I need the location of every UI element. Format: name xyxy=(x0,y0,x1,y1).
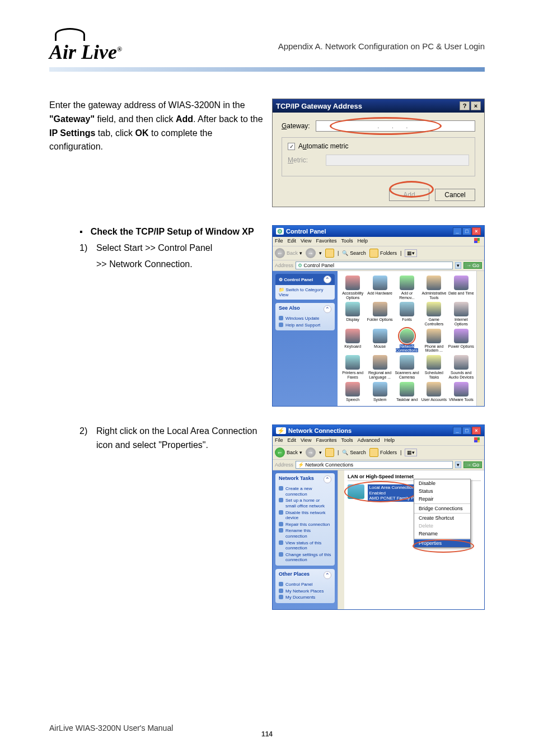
control-panel-item[interactable]: Date and Time xyxy=(448,276,474,300)
control-panel-item[interactable]: Phone and Modem ... xyxy=(421,329,447,353)
sidebar-item[interactable]: Windows Update xyxy=(279,315,331,322)
collapse-icon[interactable]: ⌃ xyxy=(324,475,331,483)
context-menu-item[interactable]: Delete xyxy=(414,522,470,530)
cp-item-icon xyxy=(454,329,469,343)
network-task-item[interactable]: Repair this connection xyxy=(279,521,331,528)
control-panel-item[interactable]: Taskbar and xyxy=(394,382,420,402)
control-panel-item[interactable]: Administrative Tools xyxy=(421,276,447,300)
scrollbar[interactable] xyxy=(476,271,484,407)
collapse-icon[interactable]: ⌃ xyxy=(324,571,331,579)
minimize-icon[interactable]: _ xyxy=(453,227,462,235)
cancel-button[interactable]: Cancel xyxy=(435,189,475,201)
sidebar-cp-header: ⚙ Control Panel ⌃ xyxy=(275,274,335,285)
context-menu-item[interactable]: Bridge Connections xyxy=(414,505,470,512)
step-number: 2) xyxy=(79,424,92,452)
network-task-item[interactable]: Disable this network device xyxy=(279,510,331,521)
network-task-item[interactable]: Create a new connection xyxy=(279,486,331,497)
collapse-icon[interactable]: ⌃ xyxy=(324,276,331,283)
help-button[interactable]: ? xyxy=(460,101,470,110)
up-folder-icon[interactable] xyxy=(325,448,334,457)
back-icon[interactable]: ← xyxy=(275,248,285,258)
automatic-metric-checkbox[interactable]: ✓ xyxy=(288,143,295,150)
bullet-text: Check the TCP/IP Setup of Window XP xyxy=(91,225,254,239)
close-button[interactable]: × xyxy=(471,101,481,110)
context-menu-item[interactable]: Repair xyxy=(414,495,470,503)
address-dropdown-icon[interactable]: ▾ xyxy=(455,461,461,468)
control-panel-item[interactable]: Scheduled Tasks xyxy=(421,355,447,379)
close-icon[interactable]: × xyxy=(472,427,481,435)
control-panel-item[interactable]: Sounds and Audio Devices xyxy=(448,355,474,379)
context-menu-item[interactable]: Disable xyxy=(414,479,470,487)
menu-bar[interactable]: FileEditViewFavoritesToolsHelp xyxy=(275,238,368,245)
metric-label: Metric: xyxy=(288,156,308,164)
other-place-item[interactable]: My Network Places xyxy=(279,588,331,595)
up-folder-icon[interactable] xyxy=(325,249,334,258)
other-place-item[interactable]: My Documents xyxy=(279,594,331,601)
go-button[interactable]: → Go xyxy=(463,461,482,468)
cp-item-icon xyxy=(454,355,469,370)
other-place-item[interactable]: Control Panel xyxy=(279,581,331,588)
back-icon[interactable]: ← xyxy=(275,447,285,458)
footer-manual-title: AirLive WIAS-3200N User's Manual xyxy=(49,724,173,732)
folders-icon[interactable] xyxy=(369,249,378,258)
dialog-title: TCP/IP Gateway Address xyxy=(276,102,362,110)
control-panel-item[interactable]: Regional and Language ... xyxy=(367,355,392,379)
switch-category-view[interactable]: 📁 Switch to Category View xyxy=(275,285,335,300)
forward-icon[interactable]: → xyxy=(306,447,316,458)
control-panel-item[interactable]: Folder Options xyxy=(367,302,392,326)
forward-icon[interactable]: → xyxy=(306,248,316,258)
folders-icon[interactable] xyxy=(369,448,378,457)
sidebar-item[interactable]: Help and Support xyxy=(279,322,331,329)
address-input[interactable]: ⚙ Control Panel xyxy=(296,262,453,269)
network-task-item[interactable]: Set up a home or small office network xyxy=(279,497,331,509)
header-divider xyxy=(49,67,485,72)
control-panel-item[interactable]: Add or Remov... xyxy=(394,276,420,300)
step1-text: Select Start >> Control Panel xyxy=(96,241,212,255)
control-panel-item[interactable]: Power Options xyxy=(448,329,474,353)
control-panel-item[interactable]: Game Controllers xyxy=(421,302,447,326)
minimize-icon[interactable]: _ xyxy=(453,427,462,435)
control-panel-item[interactable]: Internet Options xyxy=(448,302,474,326)
control-panel-screenshot: ⚙Control Panel _ □ × FileEditViewFavorit… xyxy=(272,225,485,407)
toolbar[interactable]: ←Back ▾ → ▾ | 🔍Search Folders | ▦▾ xyxy=(273,246,484,260)
maximize-icon[interactable]: □ xyxy=(462,227,471,235)
sidebar-scrollbar[interactable] xyxy=(338,470,344,610)
go-button[interactable]: → Go xyxy=(463,262,482,269)
control-panel-item[interactable]: System xyxy=(367,382,392,402)
gateway-input[interactable]: . . . xyxy=(316,120,475,132)
menu-bar[interactable]: FileEditViewFavoritesToolsAdvancedHelp xyxy=(275,437,395,444)
control-panel-item[interactable]: Mouse xyxy=(367,329,392,353)
context-menu-item[interactable]: Status xyxy=(414,487,470,495)
maximize-icon[interactable]: □ xyxy=(462,427,471,435)
views-icon[interactable]: ▦▾ xyxy=(405,249,417,257)
control-panel-item[interactable]: Keyboard xyxy=(340,329,366,353)
views-icon[interactable]: ▦▾ xyxy=(405,449,417,456)
collapse-icon[interactable]: ⌃ xyxy=(324,305,331,313)
context-menu[interactable]: DisableStatusRepairBridge ConnectionsCre… xyxy=(414,479,471,548)
address-dropdown-icon[interactable]: ▾ xyxy=(455,262,461,269)
control-panel-item[interactable]: Accessibility Options xyxy=(340,276,366,300)
add-button[interactable]: Add xyxy=(389,189,429,201)
control-panel-item[interactable]: Scanners and Cameras xyxy=(394,355,420,379)
control-panel-item[interactable]: User Accounts xyxy=(421,382,447,402)
control-panel-item[interactable]: VMware Tools xyxy=(448,382,474,402)
context-menu-item[interactable]: Properties xyxy=(414,539,470,547)
cp-item-icon xyxy=(454,276,469,290)
network-task-item[interactable]: Rename this connection xyxy=(279,528,331,539)
context-menu-item[interactable]: Create Shortcut xyxy=(414,514,470,522)
metric-input xyxy=(326,155,469,166)
control-panel-item[interactable]: Add Hardware xyxy=(367,276,392,300)
toolbar[interactable]: ←Back ▾ → ▾ | 🔍Search Folders | ▦▾ xyxy=(273,446,484,460)
control-panel-item[interactable]: Printers and Faxes xyxy=(340,355,366,379)
network-task-item[interactable]: Change settings of this connection xyxy=(279,552,331,563)
intro-paragraph: Enter the gateway address of WIAS-3200N … xyxy=(49,99,264,154)
close-icon[interactable]: × xyxy=(472,227,481,235)
control-panel-item[interactable]: Display xyxy=(340,302,366,326)
cp-item-icon xyxy=(427,302,441,316)
address-input[interactable]: ⚡ Network Connections xyxy=(296,461,453,469)
network-task-item[interactable]: View status of this connection xyxy=(279,540,331,552)
control-panel-item[interactable]: Fonts xyxy=(394,302,420,326)
context-menu-item[interactable]: Rename xyxy=(414,530,470,538)
control-panel-item[interactable]: Speech xyxy=(340,382,366,402)
control-panel-item[interactable]: Network Connections xyxy=(394,329,420,353)
